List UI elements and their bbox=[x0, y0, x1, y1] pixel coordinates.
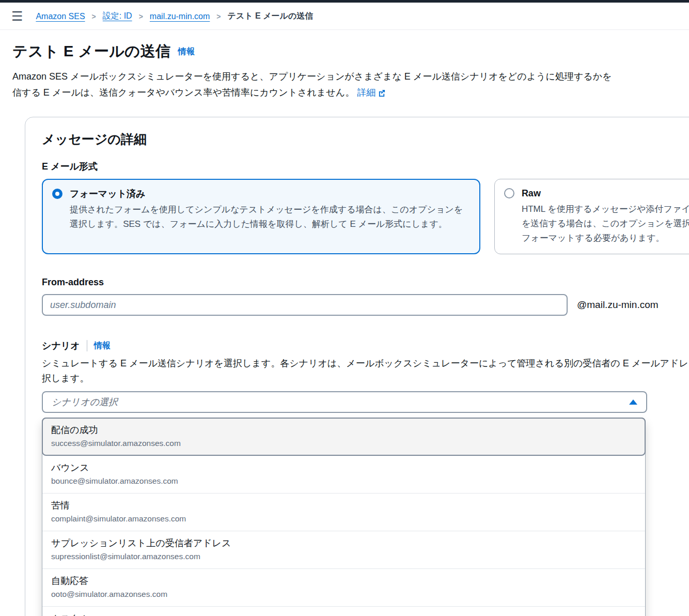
format-option-formatted[interactable]: フォーマット済み 提供されたフォームを使用してシンプルなテストメッセージを作成す… bbox=[42, 179, 480, 254]
breadcrumb-separator-icon: > bbox=[91, 12, 97, 21]
scenario-option-delivery-success[interactable]: 配信の成功 success@simulator.amazonses.com bbox=[42, 418, 646, 456]
details-external-link[interactable]: 詳細 bbox=[357, 87, 386, 98]
scenario-select-placeholder: シナリオの選択 bbox=[52, 396, 118, 408]
message-details-panel: メッセージの詳細 E メール形式 フォーマット済み 提供されたフォームを使用して… bbox=[25, 117, 689, 616]
raw-option-title: Raw bbox=[522, 186, 689, 201]
breadcrumb: ☰ Amazon SES > 設定: ID > mail.zu-min.com … bbox=[0, 3, 689, 29]
breadcrumb-separator-icon: > bbox=[138, 12, 144, 21]
page-description: Amazon SES メールボックスシミュレーターを使用すると、アプリケーション… bbox=[12, 69, 689, 102]
scenario-label-row: シナリオ 情報 bbox=[42, 340, 689, 352]
scenario-option-complaint[interactable]: 苦情 complaint@simulator.amazonses.com bbox=[42, 493, 645, 531]
format-option-raw[interactable]: Raw HTML を使用するメッセージや添付ファイ を送信する場合は、このオプシ… bbox=[494, 179, 689, 254]
formatted-option-description: 提供されたフォームを使用してシンプルなテストメッセージを作成する場合は、このオプ… bbox=[70, 203, 469, 232]
breadcrumb-separator-icon: > bbox=[215, 12, 222, 21]
chevron-up-icon bbox=[629, 399, 637, 405]
scenario-option-suppressionlist[interactable]: サプレッションリスト上の受信者アドレス supressionlist@simul… bbox=[42, 531, 645, 568]
raw-option-description: HTML を使用するメッセージや添付ファイ を送信する場合は、このオプションを選… bbox=[522, 202, 689, 245]
hamburger-menu-icon[interactable]: ☰ bbox=[11, 10, 23, 23]
scenario-option-auto-reply[interactable]: 自動応答 ooto@simulator.amazonses.com bbox=[42, 568, 645, 606]
label-divider bbox=[87, 340, 87, 351]
from-address-row: @mail.zu-min.com bbox=[42, 294, 689, 316]
from-address-domain-suffix: @mail.zu-min.com bbox=[577, 299, 659, 311]
scenario-label: シナリオ bbox=[42, 340, 80, 352]
page-description-line1: Amazon SES メールボックスシミュレーターを使用すると、アプリケーション… bbox=[12, 69, 689, 85]
panel-title: メッセージの詳細 bbox=[42, 131, 689, 148]
from-address-label: From-address bbox=[42, 277, 689, 288]
formatted-option-title: フォーマット済み bbox=[70, 187, 469, 201]
scenario-info-link[interactable]: 情報 bbox=[94, 341, 111, 351]
email-format-options: フォーマット済み 提供されたフォームを使用してシンプルなテストメッセージを作成す… bbox=[42, 179, 689, 254]
external-link-icon bbox=[378, 86, 386, 102]
breadcrumb-link-domain[interactable]: mail.zu-min.com bbox=[150, 12, 210, 21]
radio-unselected-icon[interactable] bbox=[504, 188, 514, 198]
scenario-option-bounce[interactable]: バウンス bounce@simulator.amazonses.com bbox=[42, 456, 645, 493]
scenario-select[interactable]: シナリオの選択 bbox=[42, 391, 647, 413]
radio-selected-icon[interactable] bbox=[52, 189, 62, 199]
page-title-info-link[interactable]: 情報 bbox=[178, 47, 195, 56]
scenario-description: シミュレートする E メール送信シナリオを選択します。各シナリオは、メールボック… bbox=[42, 356, 689, 386]
scenario-dropdown: 配信の成功 success@simulator.amazonses.com バウ… bbox=[42, 418, 646, 616]
breadcrumb-link-amazon-ses[interactable]: Amazon SES bbox=[36, 12, 85, 21]
breadcrumb-link-settings-id[interactable]: 設定: ID bbox=[103, 11, 132, 22]
scenario-option-custom[interactable]: カスタム 独自の受信者アドレスの使用 bbox=[42, 606, 645, 616]
email-format-label: E メール形式 bbox=[42, 160, 689, 173]
breadcrumb-current-page: テスト E メールの送信 bbox=[228, 11, 314, 22]
page-description-line2: 信する E メールは、送信クォータやバウンス率や苦情率にカウントされません。 詳… bbox=[12, 85, 689, 102]
from-address-input[interactable] bbox=[42, 294, 568, 316]
page-title: テスト E メールの送信情報 bbox=[12, 41, 689, 62]
